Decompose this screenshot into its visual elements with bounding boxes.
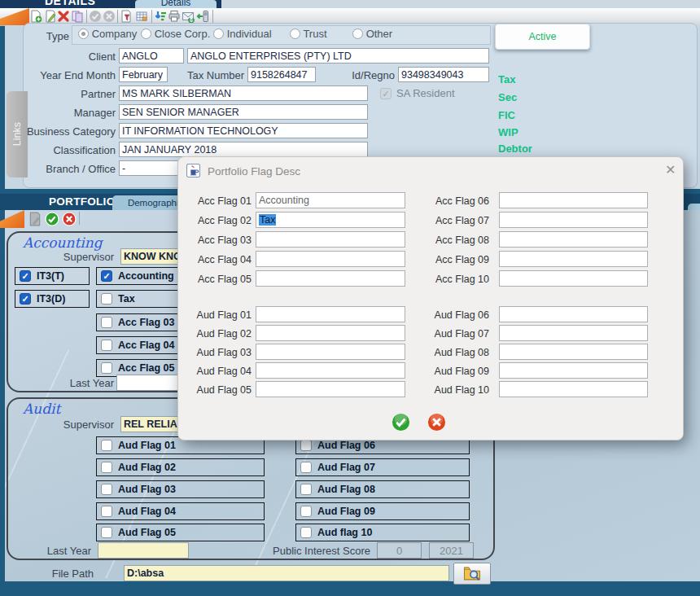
radio-trust[interactable]: Trust (290, 28, 327, 40)
checkbox-aud-flag-09[interactable]: ✓Aud Flag 09 (295, 502, 470, 520)
aud-flag-01-input[interactable] (256, 306, 405, 322)
acc-flag-06-input[interactable] (499, 192, 648, 208)
sa-resident-checkbox[interactable]: ✓SA Resident (380, 87, 455, 99)
aud-flag-10-input[interactable] (499, 381, 648, 397)
checkbox-icon: ✓ (300, 527, 312, 538)
browse-folder-button[interactable] (453, 563, 491, 585)
acc-flag-06-label: Acc Flag 06 (422, 195, 489, 207)
active-status-button[interactable]: Active (495, 24, 590, 50)
ok-icon[interactable] (392, 413, 410, 432)
confirm-icon[interactable] (45, 212, 59, 226)
link-sec[interactable]: Sec (498, 91, 517, 103)
acc-flag-03-label: Acc Flag 03 (193, 234, 252, 246)
aud-flag-09-input[interactable] (499, 362, 648, 379)
copy-icon[interactable] (71, 10, 84, 23)
radio-company[interactable]: Company (78, 28, 137, 40)
branch-office-label: Branch / Office (16, 163, 116, 175)
partner-input[interactable]: MS MARK SILBERMAN (119, 85, 368, 101)
acc-flag-08-input[interactable] (499, 231, 648, 248)
aud-flag-07-input[interactable] (499, 325, 648, 341)
checkbox-aud-flag-07[interactable]: ✓Aud Flag 07 (295, 458, 470, 476)
business-category-input[interactable]: IT INFORMATION TECHNOLOGY (119, 123, 368, 138)
public-interest-score-year: 2021 (429, 542, 474, 559)
acc-flag-07-label: Acc Flag 07 (422, 215, 489, 226)
client-code-input[interactable]: ANGLO (119, 48, 184, 64)
acc-flag-07-input[interactable] (499, 212, 648, 228)
accounting-supervisor-label: Supervisor (16, 251, 114, 263)
toolbar-separator (86, 10, 87, 23)
portfolio-title: PORTFOLIO (49, 195, 115, 208)
link-tax[interactable]: Tax (498, 73, 515, 85)
checkmark-icon: ✓ (20, 293, 31, 305)
checkbox-icon: ✓ (101, 506, 112, 517)
link-wip[interactable]: WIP (498, 126, 518, 138)
new-document-icon[interactable] (29, 10, 42, 23)
radio-individual[interactable]: Individual (213, 28, 272, 40)
radio-trust-circle[interactable] (290, 28, 300, 39)
client-label: Client (16, 50, 116, 63)
acc-flag-04-input[interactable] (256, 251, 405, 267)
acc-flag-10-input[interactable] (499, 270, 648, 287)
radio-close-corp[interactable]: Close Corp. (141, 28, 210, 40)
edit-document-icon[interactable] (44, 10, 57, 23)
toolbar-separator (79, 212, 80, 225)
radio-other[interactable]: Other (352, 28, 392, 40)
radio-individual-circle[interactable] (213, 28, 224, 39)
checkbox-aud-flag-04[interactable]: ✓Aud Flag 04 (96, 502, 265, 520)
radio-company-circle[interactable] (78, 28, 89, 39)
id-regno-input[interactable]: 93498349043 (398, 67, 489, 82)
aud-flag-08-input[interactable] (499, 344, 648, 360)
client-name-input[interactable]: ANGLO ENTERPRISES (PTY) LTD (187, 48, 489, 64)
checkbox-aud-flag-08[interactable]: ✓Aud Flag 08 (295, 480, 470, 498)
checkbox-icon: ✓ (300, 440, 312, 451)
aud-flag-06-input[interactable] (499, 306, 648, 322)
acc-flag-10-label: Acc Flag 10 (422, 274, 489, 285)
aud-flag-03-input[interactable] (256, 344, 405, 360)
exit-icon[interactable] (196, 10, 209, 23)
acc-flag-02-input[interactable]: Tax (256, 212, 405, 228)
aud-flag-02-input[interactable] (256, 325, 405, 341)
sort-icon[interactable] (154, 10, 167, 23)
classification-input[interactable]: JAN JANUARY 2018 (119, 142, 368, 157)
mail-icon[interactable] (182, 10, 195, 23)
checkbox-aud-flag-10[interactable]: ✓Aud flag 10 (295, 524, 470, 541)
print-icon[interactable] (168, 10, 181, 23)
checkbox-icon: ✓ (300, 484, 312, 495)
checkbox-icon: ✓ (101, 462, 112, 473)
radio-close-corp-circle[interactable] (141, 28, 151, 39)
checkbox-aud-flag-02[interactable]: ✓Aud Flag 02 (96, 458, 265, 476)
close-icon[interactable]: ✕ (665, 162, 676, 177)
acc-flag-08-label: Acc Flag 08 (422, 234, 489, 246)
checkbox-icon: ✓ (101, 317, 112, 328)
delete-icon[interactable] (57, 10, 70, 23)
aud-flag-05-input[interactable] (256, 381, 405, 397)
tab-details[interactable]: Details (135, 0, 217, 8)
cancel-icon[interactable] (62, 212, 77, 226)
cancel-icon[interactable] (427, 413, 446, 432)
checkbox-aud-flag-03[interactable]: ✓Aud Flag 03 (96, 480, 265, 498)
toolbar-separator (212, 10, 213, 23)
acc-flag-09-input[interactable] (499, 251, 648, 267)
checkbox-aud-flag-05[interactable]: ✓Aud Flag 05 (96, 524, 265, 541)
checkbox-it3d[interactable]: ✓IT3(D) (15, 290, 90, 308)
link-fic[interactable]: FIC (498, 109, 515, 121)
acc-flag-01-input[interactable]: Accounting (256, 192, 405, 208)
year-end-input[interactable]: February (119, 67, 168, 82)
import-icon[interactable] (120, 10, 133, 23)
checkbox-icon: ✓ (101, 527, 112, 538)
radio-other-circle[interactable] (352, 28, 363, 39)
checkbox-it3t[interactable]: ✓IT3(T) (15, 267, 90, 285)
acc-flag-03-input[interactable] (256, 231, 405, 248)
acc-flag-05-input[interactable] (256, 270, 405, 287)
manager-input[interactable]: SEN SENIOR MANAGER (119, 104, 368, 120)
aud-flag-04-input[interactable] (256, 362, 405, 379)
tax-number-input[interactable]: 9158264847 (247, 67, 316, 82)
aud-flag-03-label: Aud Flag 03 (193, 347, 252, 358)
aud-flag-06-label: Aud Flag 06 (422, 309, 489, 321)
checkbox-icon: ✓ (300, 462, 312, 473)
link-debtor[interactable]: Debtor (498, 142, 532, 155)
approve-icon-disabled (89, 10, 102, 23)
file-path-input[interactable]: D:\absa (124, 565, 449, 581)
audit-last-year-input[interactable] (98, 542, 189, 559)
table-icon[interactable] (135, 10, 148, 23)
